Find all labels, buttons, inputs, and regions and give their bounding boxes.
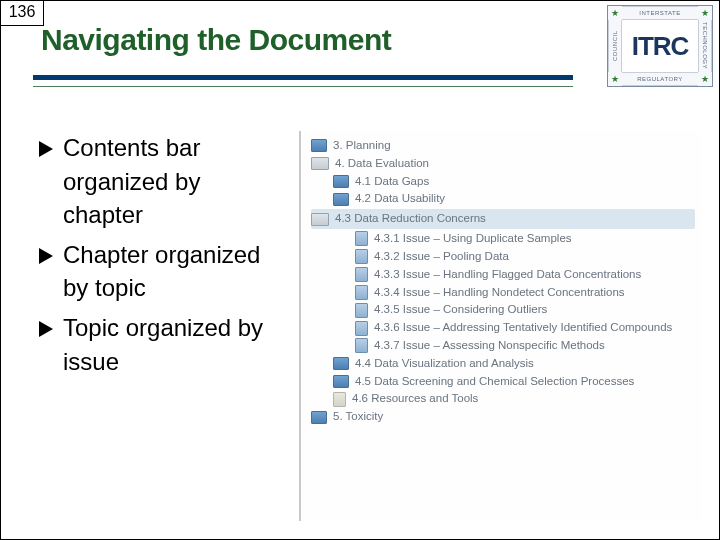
toc-row[interactable]: 3. Planning — [311, 137, 695, 155]
page-icon — [333, 392, 346, 407]
toc-label: 4.5 Data Screening and Chemical Selectio… — [355, 373, 634, 391]
logo-bottom-text: REGULATORY — [622, 72, 698, 86]
bullet-item: Contents bar organized by chapter — [39, 131, 281, 232]
page-icon — [355, 267, 368, 282]
bullet-marker-icon — [39, 248, 53, 264]
logo-right-text: TECHNOLOGY — [698, 20, 712, 72]
toc-row[interactable]: 4.3.6 Issue – Addressing Tentatively Ide… — [311, 319, 695, 337]
toc-row[interactable]: 4. Data Evaluation — [311, 155, 695, 173]
bullet-item: Topic organized by issue — [39, 311, 281, 378]
logo-star-icon: ★ — [698, 72, 712, 86]
toc-label: 4. Data Evaluation — [335, 155, 429, 173]
slide-title: Navigating the Document — [41, 23, 391, 57]
toc-row[interactable]: 4.3.2 Issue – Pooling Data — [311, 248, 695, 266]
page-icon — [355, 303, 368, 318]
toc-row[interactable]: 4.3.3 Issue – Handling Flagged Data Conc… — [311, 266, 695, 284]
bullet-marker-icon — [39, 141, 53, 157]
toc-row[interactable]: 5. Toxicity — [311, 408, 695, 426]
page-icon — [355, 338, 368, 353]
toc-label: 5. Toxicity — [333, 408, 383, 426]
toc-label: 4.3.6 Issue – Addressing Tentatively Ide… — [374, 319, 672, 337]
book-icon — [333, 175, 349, 188]
logo-star-icon: ★ — [698, 6, 712, 20]
book-icon — [333, 193, 349, 206]
toc-label: 4.3.5 Issue – Considering Outliers — [374, 301, 547, 319]
logo-star-icon: ★ — [608, 72, 622, 86]
slide-body: Contents bar organized by chapter Chapte… — [39, 131, 701, 521]
toc-row[interactable]: 4.6 Resources and Tools — [311, 390, 695, 408]
toc-label: 4.3.3 Issue – Handling Flagged Data Conc… — [374, 266, 641, 284]
page-icon — [355, 285, 368, 300]
toc-row[interactable]: 4.5 Data Screening and Chemical Selectio… — [311, 373, 695, 391]
bullet-text: Contents bar organized by chapter — [63, 131, 281, 232]
toc-label: 4.2 Data Usability — [355, 190, 445, 208]
toc-row[interactable]: 4.4 Data Visualization and Analysis — [311, 355, 695, 373]
page-icon — [355, 321, 368, 336]
toc-row[interactable]: 4.3.7 Issue – Assessing Nonspecific Meth… — [311, 337, 695, 355]
toc-screenshot: 3. Planning4. Data Evaluation4.1 Data Ga… — [299, 131, 701, 521]
title-rule — [33, 75, 573, 87]
toc-label: 3. Planning — [333, 137, 391, 155]
bullet-text: Chapter organized by topic — [63, 238, 281, 305]
toc-row[interactable]: 4.3.1 Issue – Using Duplicate Samples — [311, 230, 695, 248]
book-icon — [311, 411, 327, 424]
toc-row[interactable]: 4.3.4 Issue – Handling Nondetect Concent… — [311, 284, 695, 302]
toc-row[interactable]: 4.2 Data Usability — [311, 190, 695, 208]
book-open-icon — [311, 213, 329, 226]
logo-star-icon: ★ — [608, 6, 622, 20]
book-icon — [333, 357, 349, 370]
slide: 136 Navigating the Document ★ INTERSTATE… — [0, 0, 720, 540]
logo-center-text: ITRC — [622, 20, 698, 72]
toc-label: 4.6 Resources and Tools — [352, 390, 478, 408]
bullet-marker-icon — [39, 321, 53, 337]
toc-row[interactable]: 4.1 Data Gaps — [311, 173, 695, 191]
bullet-item: Chapter organized by topic — [39, 238, 281, 305]
toc-row[interactable]: 4.3.5 Issue – Considering Outliers — [311, 301, 695, 319]
logo-top-text: INTERSTATE — [622, 6, 698, 20]
bullet-text: Topic organized by issue — [63, 311, 281, 378]
toc-label: 4.3.7 Issue – Assessing Nonspecific Meth… — [374, 337, 605, 355]
book-icon — [333, 375, 349, 388]
page-icon — [355, 249, 368, 264]
bullet-list: Contents bar organized by chapter Chapte… — [39, 131, 281, 521]
toc-label: 4.3.2 Issue – Pooling Data — [374, 248, 509, 266]
book-icon — [311, 139, 327, 152]
book-open-icon — [311, 157, 329, 170]
toc-label: 4.3.1 Issue – Using Duplicate Samples — [374, 230, 572, 248]
toc-row[interactable]: 4.3 Data Reduction Concerns — [311, 209, 695, 229]
toc-label: 4.1 Data Gaps — [355, 173, 429, 191]
toc-label: 4.4 Data Visualization and Analysis — [355, 355, 534, 373]
toc-label: 4.3.4 Issue – Handling Nondetect Concent… — [374, 284, 625, 302]
itrc-logo: ★ INTERSTATE ★ COUNCIL ITRC TECHNOLOGY ★… — [607, 5, 713, 87]
logo-left-text: COUNCIL — [608, 20, 622, 72]
page-number: 136 — [1, 1, 44, 26]
toc-label: 4.3 Data Reduction Concerns — [335, 210, 486, 228]
page-icon — [355, 231, 368, 246]
